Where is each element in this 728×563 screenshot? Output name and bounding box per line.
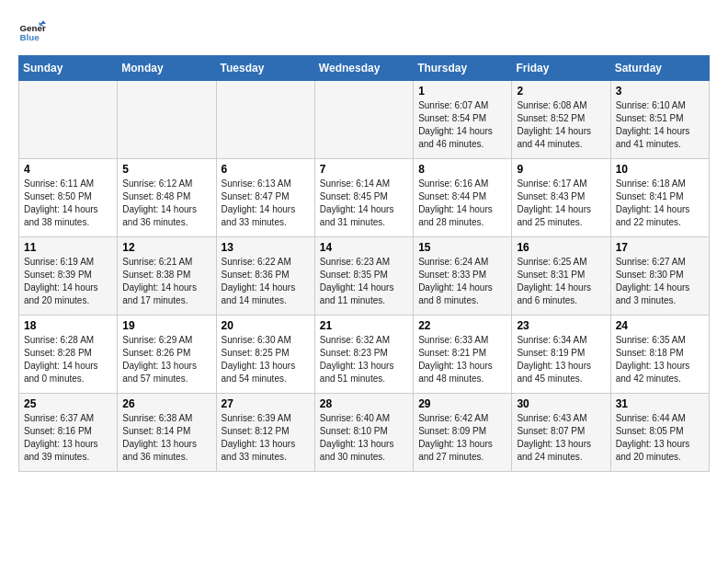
day-info: Sunrise: 6:21 AM Sunset: 8:38 PM Dayligh… — [122, 256, 210, 307]
day-info: Sunrise: 6:18 AM Sunset: 8:41 PM Dayligh… — [616, 178, 704, 229]
day-info: Sunrise: 6:43 AM Sunset: 8:07 PM Dayligh… — [517, 412, 605, 464]
svg-text:Blue: Blue — [20, 32, 40, 42]
day-info: Sunrise: 6:14 AM Sunset: 8:45 PM Dayligh… — [320, 178, 408, 229]
calendar-cell: 29Sunrise: 6:42 AM Sunset: 8:09 PM Dayli… — [414, 394, 512, 472]
calendar-cell — [118, 81, 216, 159]
calendar-cell: 21Sunrise: 6:32 AM Sunset: 8:23 PM Dayli… — [314, 316, 413, 394]
calendar-cell: 4Sunrise: 6:11 AM Sunset: 8:50 PM Daylig… — [19, 159, 118, 237]
calendar-cell: 30Sunrise: 6:43 AM Sunset: 8:07 PM Dayli… — [512, 394, 610, 472]
day-number: 13 — [222, 241, 310, 254]
calendar-cell: 18Sunrise: 6:28 AM Sunset: 8:28 PM Dayli… — [19, 316, 118, 394]
logo-icon: General Blue — [18, 18, 46, 46]
weekday-header-friday: Friday — [512, 56, 610, 81]
day-info: Sunrise: 6:13 AM Sunset: 8:47 PM Dayligh… — [222, 178, 310, 229]
day-number: 11 — [24, 241, 112, 254]
calendar-cell: 25Sunrise: 6:37 AM Sunset: 8:16 PM Dayli… — [19, 394, 118, 472]
day-info: Sunrise: 6:35 AM Sunset: 8:18 PM Dayligh… — [616, 334, 704, 385]
day-info: Sunrise: 6:39 AM Sunset: 8:12 PM Dayligh… — [222, 412, 310, 464]
day-number: 8 — [418, 163, 506, 176]
day-number: 7 — [320, 163, 408, 176]
day-info: Sunrise: 6:44 AM Sunset: 8:05 PM Dayligh… — [616, 412, 704, 464]
calendar-cell: 26Sunrise: 6:38 AM Sunset: 8:14 PM Dayli… — [118, 394, 216, 472]
day-info: Sunrise: 6:42 AM Sunset: 8:09 PM Dayligh… — [418, 412, 506, 464]
calendar-cell: 7Sunrise: 6:14 AM Sunset: 8:45 PM Daylig… — [314, 159, 413, 237]
day-info: Sunrise: 6:27 AM Sunset: 8:30 PM Dayligh… — [616, 256, 704, 307]
day-number: 6 — [222, 163, 310, 176]
calendar-cell: 23Sunrise: 6:34 AM Sunset: 8:19 PM Dayli… — [512, 316, 610, 394]
calendar-cell: 3Sunrise: 6:10 AM Sunset: 8:51 PM Daylig… — [610, 81, 709, 159]
day-number: 27 — [222, 397, 310, 410]
day-info: Sunrise: 6:30 AM Sunset: 8:25 PM Dayligh… — [222, 334, 310, 385]
calendar-cell: 1Sunrise: 6:07 AM Sunset: 8:54 PM Daylig… — [414, 81, 512, 159]
weekday-header-thursday: Thursday — [414, 56, 512, 81]
day-number: 12 — [122, 241, 210, 254]
day-number: 23 — [517, 319, 605, 332]
day-info: Sunrise: 6:37 AM Sunset: 8:16 PM Dayligh… — [24, 412, 112, 464]
weekday-header-saturday: Saturday — [610, 56, 709, 81]
calendar-week-row: 1Sunrise: 6:07 AM Sunset: 8:54 PM Daylig… — [19, 81, 710, 159]
day-info: Sunrise: 6:28 AM Sunset: 8:28 PM Dayligh… — [24, 334, 112, 385]
day-number: 5 — [122, 163, 210, 176]
calendar-cell: 15Sunrise: 6:24 AM Sunset: 8:33 PM Dayli… — [414, 237, 512, 316]
day-info: Sunrise: 6:29 AM Sunset: 8:26 PM Dayligh… — [122, 334, 210, 385]
day-info: Sunrise: 6:40 AM Sunset: 8:10 PM Dayligh… — [320, 412, 408, 464]
day-number: 14 — [320, 241, 408, 254]
calendar-cell — [314, 81, 413, 159]
day-info: Sunrise: 6:08 AM Sunset: 8:52 PM Dayligh… — [517, 99, 605, 151]
day-info: Sunrise: 6:33 AM Sunset: 8:21 PM Dayligh… — [418, 334, 506, 385]
day-number: 1 — [418, 85, 506, 98]
calendar-cell: 16Sunrise: 6:25 AM Sunset: 8:31 PM Dayli… — [512, 237, 610, 316]
calendar-cell: 10Sunrise: 6:18 AM Sunset: 8:41 PM Dayli… — [610, 159, 709, 237]
svg-text:General: General — [20, 23, 47, 33]
day-number: 2 — [517, 85, 605, 98]
day-number: 24 — [616, 319, 704, 332]
day-number: 20 — [222, 319, 310, 332]
day-number: 25 — [24, 397, 112, 410]
logo: General Blue — [18, 18, 50, 46]
day-number: 4 — [24, 163, 112, 176]
day-number: 3 — [616, 85, 704, 98]
calendar-cell: 13Sunrise: 6:22 AM Sunset: 8:36 PM Dayli… — [216, 237, 314, 316]
day-number: 16 — [517, 241, 605, 254]
calendar-cell: 19Sunrise: 6:29 AM Sunset: 8:26 PM Dayli… — [118, 316, 216, 394]
calendar-cell: 2Sunrise: 6:08 AM Sunset: 8:52 PM Daylig… — [512, 81, 610, 159]
calendar-cell: 5Sunrise: 6:12 AM Sunset: 8:48 PM Daylig… — [118, 159, 216, 237]
day-info: Sunrise: 6:23 AM Sunset: 8:35 PM Dayligh… — [320, 256, 408, 307]
day-info: Sunrise: 6:11 AM Sunset: 8:50 PM Dayligh… — [24, 178, 112, 229]
day-info: Sunrise: 6:16 AM Sunset: 8:44 PM Dayligh… — [418, 178, 506, 229]
calendar-cell: 12Sunrise: 6:21 AM Sunset: 8:38 PM Dayli… — [118, 237, 216, 316]
day-number: 15 — [418, 241, 506, 254]
day-info: Sunrise: 6:07 AM Sunset: 8:54 PM Dayligh… — [418, 99, 506, 151]
calendar-table: SundayMondayTuesdayWednesdayThursdayFrid… — [18, 55, 710, 472]
calendar-week-row: 25Sunrise: 6:37 AM Sunset: 8:16 PM Dayli… — [19, 394, 710, 472]
day-number: 9 — [517, 163, 605, 176]
day-info: Sunrise: 6:25 AM Sunset: 8:31 PM Dayligh… — [517, 256, 605, 307]
calendar-cell: 14Sunrise: 6:23 AM Sunset: 8:35 PM Dayli… — [314, 237, 413, 316]
day-info: Sunrise: 6:10 AM Sunset: 8:51 PM Dayligh… — [616, 99, 704, 151]
day-info: Sunrise: 6:32 AM Sunset: 8:23 PM Dayligh… — [320, 334, 408, 385]
calendar-cell: 27Sunrise: 6:39 AM Sunset: 8:12 PM Dayli… — [216, 394, 314, 472]
calendar-cell: 22Sunrise: 6:33 AM Sunset: 8:21 PM Dayli… — [414, 316, 512, 394]
calendar-cell: 8Sunrise: 6:16 AM Sunset: 8:44 PM Daylig… — [414, 159, 512, 237]
day-number: 30 — [517, 397, 605, 410]
day-number: 31 — [616, 397, 704, 410]
weekday-header-monday: Monday — [118, 56, 216, 81]
calendar-week-row: 18Sunrise: 6:28 AM Sunset: 8:28 PM Dayli… — [19, 316, 710, 394]
day-info: Sunrise: 6:24 AM Sunset: 8:33 PM Dayligh… — [418, 256, 506, 307]
day-number: 28 — [320, 397, 408, 410]
day-number: 21 — [320, 319, 408, 332]
calendar-header-row: SundayMondayTuesdayWednesdayThursdayFrid… — [19, 56, 710, 81]
day-number: 22 — [418, 319, 506, 332]
day-info: Sunrise: 6:22 AM Sunset: 8:36 PM Dayligh… — [222, 256, 310, 307]
header: General Blue — [18, 18, 710, 46]
day-number: 19 — [122, 319, 210, 332]
calendar-cell — [19, 81, 118, 159]
weekday-header-sunday: Sunday — [19, 56, 118, 81]
day-info: Sunrise: 6:17 AM Sunset: 8:43 PM Dayligh… — [517, 178, 605, 229]
calendar-cell — [216, 81, 314, 159]
day-info: Sunrise: 6:19 AM Sunset: 8:39 PM Dayligh… — [24, 256, 112, 307]
calendar-cell: 11Sunrise: 6:19 AM Sunset: 8:39 PM Dayli… — [19, 237, 118, 316]
day-info: Sunrise: 6:34 AM Sunset: 8:19 PM Dayligh… — [517, 334, 605, 385]
calendar-cell: 17Sunrise: 6:27 AM Sunset: 8:30 PM Dayli… — [610, 237, 709, 316]
calendar-cell: 24Sunrise: 6:35 AM Sunset: 8:18 PM Dayli… — [610, 316, 709, 394]
